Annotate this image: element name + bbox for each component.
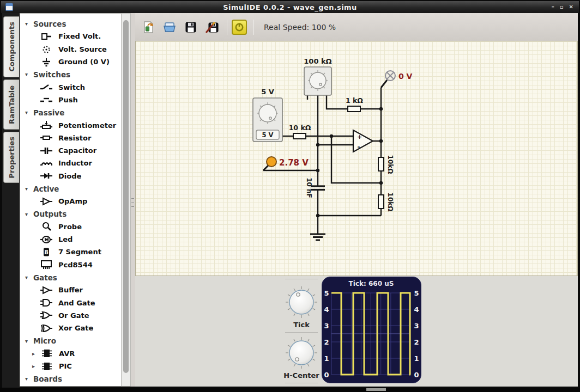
tree-item-diode[interactable]: Diode (20, 170, 121, 182)
svg-text:0 V: 0 V (398, 72, 413, 81)
svg-text:0: 0 (324, 371, 329, 379)
resistor-10k-top[interactable]: 10kΩ (378, 155, 394, 174)
and-gate-icon (40, 298, 54, 307)
expander-icon: ▾ (25, 71, 30, 77)
tree-item-resistor[interactable]: Resistor (20, 132, 121, 144)
tab-ramtable[interactable]: RamTable (3, 79, 19, 130)
tree-section-sources[interactable]: ▾ Sources (20, 17, 121, 30)
expander-icon: ▾ (25, 21, 30, 27)
tree-section-micro[interactable]: ▾ Micro (20, 334, 121, 347)
svg-text:4: 4 (324, 305, 329, 314)
potentiometer-100k[interactable]: 100 kΩ (304, 57, 331, 95)
seven-segment-icon: 8 (40, 248, 54, 256)
tree-item-or-gate[interactable]: Or Gate (20, 309, 121, 322)
tab-components[interactable]: Components (3, 16, 19, 77)
svg-text:3: 3 (414, 322, 419, 330)
tree-item-pic[interactable]: ▸ PIC (20, 360, 121, 372)
tree-item-potentiometer[interactable]: Potentiometer (20, 119, 121, 131)
real-speed-label: Real Speed: 100 % (264, 23, 336, 32)
tree-item-opamp[interactable]: OpAmp (20, 195, 121, 207)
svg-text:2.78 V: 2.78 V (279, 158, 309, 168)
window-title: SimulIDE 0.0.2 - wave_gen.simu (1, 3, 579, 11)
tree-item-avr[interactable]: ▸ AVR (20, 347, 121, 360)
toolbar-separator (227, 20, 227, 35)
opamp-icon (40, 197, 54, 206)
save-button[interactable] (183, 19, 199, 35)
separator (285, 383, 318, 383)
resistor-1k[interactable]: 1 kΩ (346, 96, 363, 112)
resize-grip[interactable] (366, 388, 386, 391)
tab-properties[interactable]: Properties (3, 132, 19, 183)
window-bottom-border (0, 388, 580, 392)
open-button[interactable] (161, 19, 178, 35)
tree-item-buffer[interactable]: Buffer (20, 284, 121, 296)
tree-section-gates[interactable]: ▾ Gates (20, 271, 121, 284)
new-circuit-icon (141, 20, 155, 34)
capacitor-10nf[interactable]: 10 nF (305, 177, 325, 198)
tree-item-volt-source[interactable]: Volt. Source (20, 43, 121, 56)
probe-0v[interactable]: 0 V (385, 71, 413, 81)
tree-item-push[interactable]: Push (20, 94, 121, 106)
expander-icon: ▾ (25, 376, 30, 382)
potentiometer-icon (40, 121, 54, 130)
h-center-knob[interactable] (283, 335, 319, 371)
circuit-canvas[interactable]: 100 kΩ 5 V (135, 41, 578, 276)
component-tree: ▾ Sources Fixed Volt. Volt. Source Groun… (20, 13, 121, 387)
tree-item-ground[interactable]: Ground (0 V) (20, 56, 121, 68)
capacitor-icon (40, 146, 54, 155)
separator (285, 332, 318, 333)
tree-item-pcd8544[interactable]: Pcd8544 (20, 259, 121, 271)
splitter-grip[interactable] (131, 198, 134, 207)
tree-item-led[interactable]: Led (20, 233, 121, 246)
chip-icon (40, 362, 55, 371)
new-circuit-button[interactable] (140, 19, 156, 35)
tree-item-xor-gate[interactable]: Xor Gate (20, 322, 121, 334)
expander-icon: ▾ (25, 274, 30, 280)
title-bar[interactable]: SimulIDE 0.0.2 - wave_gen.simu – ▫ ✕ (1, 1, 579, 13)
resistor-10k-bottom[interactable]: 10kΩ (378, 193, 394, 212)
tree-section-switches[interactable]: ▾ Switches (20, 68, 121, 81)
fixed-volt-icon (40, 32, 54, 41)
tree-item-inductor[interactable]: Inductor (20, 157, 121, 169)
expander-icon: ▸ (32, 363, 37, 369)
tree-section-outputs[interactable]: ▾ Outputs (20, 207, 121, 220)
tree-item-board-clipped[interactable] (20, 385, 121, 387)
tree-item-switch[interactable]: Switch (20, 81, 121, 93)
app-window: SimulIDE 0.0.2 - wave_gen.simu – ▫ ✕ Com… (0, 0, 580, 392)
tree-section-active[interactable]: ▾ Active (20, 182, 121, 195)
svg-text:4: 4 (414, 305, 419, 314)
tick-knob[interactable] (283, 284, 319, 320)
expander-icon: ▾ (25, 109, 30, 115)
tree-item-capacitor[interactable]: Capacitor (20, 144, 121, 157)
power-button[interactable] (232, 20, 247, 35)
or-gate-icon (40, 311, 54, 320)
ground-symbol[interactable] (310, 216, 325, 240)
maximize-button[interactable]: ▫ (560, 4, 564, 10)
power-icon (234, 22, 245, 33)
ground-icon (40, 58, 54, 66)
tree-item-and-gate[interactable]: And Gate (20, 297, 121, 309)
svg-text:10 kΩ: 10 kΩ (289, 124, 311, 132)
tree-item-fixed-volt[interactable]: Fixed Volt. (20, 30, 121, 42)
splitter[interactable] (131, 13, 135, 387)
minimize-button[interactable]: – (552, 4, 554, 10)
toolbar: Real Speed: 100 % (135, 13, 578, 41)
opamp[interactable]: + - (353, 130, 373, 152)
volt-source-icon (40, 45, 54, 53)
svg-text:0: 0 (414, 371, 419, 379)
expander-icon: ▸ (32, 351, 37, 357)
expander-icon: ▾ (25, 338, 30, 344)
main-pane: Real Speed: 100 % (135, 13, 578, 387)
svg-text:1: 1 (324, 354, 329, 363)
diode-icon (40, 171, 54, 180)
voltage-source-5v[interactable]: 5 V 5 V (253, 88, 282, 142)
close-button[interactable]: ✕ (569, 4, 573, 10)
tree-item-7segment[interactable]: 8 7 Segment (20, 246, 121, 258)
tree-item-probe[interactable]: Probe (20, 220, 121, 233)
probe-278v[interactable]: 2.78 V (267, 157, 309, 168)
save-as-button[interactable] (204, 19, 220, 35)
tree-scrollbar-thumb[interactable] (123, 20, 129, 373)
tree-scrollbar[interactable] (121, 13, 131, 387)
tree-section-boards[interactable]: ▾ Boards (20, 372, 121, 385)
tree-section-passive[interactable]: ▾ Passive (20, 106, 121, 119)
